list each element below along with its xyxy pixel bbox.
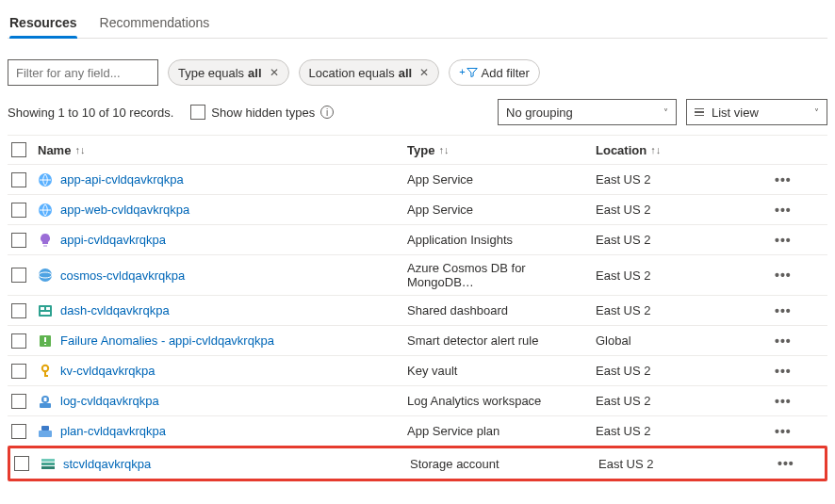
resource-name-link[interactable]: kv-cvldqavkrqkpa (60, 364, 155, 378)
chevron-down-icon: ˅ (663, 107, 668, 118)
info-icon[interactable]: i (320, 106, 334, 119)
select-all-checkbox[interactable] (11, 142, 26, 157)
more-actions-button[interactable]: ••• (778, 456, 794, 471)
add-filter-icon: + (459, 67, 477, 78)
resource-name-link[interactable]: appi-cvldqavkrqkpa (60, 233, 166, 247)
filter-row: Type equals all ✕ Location equals all ✕ … (8, 59, 827, 86)
view-value: List view (712, 106, 759, 120)
show-hidden-label: Show hidden types (211, 106, 315, 120)
resource-location: East US 2 (592, 263, 771, 288)
resource-table: Name↑↓ Type↑↓ Location↑↓ app-api-cvldqav… (8, 135, 827, 481)
row-checkbox[interactable] (11, 268, 26, 283)
resource-type: Azure Cosmos DB for MongoDB… (403, 255, 592, 295)
more-actions-button[interactable]: ••• (775, 203, 792, 218)
resource-name-link[interactable]: stcvldqavkrqkpa (63, 457, 151, 471)
grouping-select[interactable]: No grouping ˅ (498, 99, 677, 125)
resource-location: East US 2 (592, 418, 771, 444)
more-actions-button[interactable]: ••• (775, 303, 792, 318)
sort-icon: ↑↓ (438, 144, 449, 155)
tab-recommendations[interactable]: Recommendations (100, 9, 210, 38)
row-checkbox[interactable] (11, 303, 26, 318)
view-select[interactable]: List view ˅ (686, 99, 827, 125)
tabs: Resources Recommendations (8, 9, 827, 39)
table-row[interactable]: Failure Anomalies - appi-cvldqavkrqkpaSm… (8, 326, 827, 356)
row-checkbox[interactable] (14, 456, 29, 471)
resource-type: Application Insights (403, 227, 592, 252)
add-filter-button[interactable]: + Add filter (449, 59, 540, 86)
resource-type: Key vault (403, 358, 592, 383)
resource-type-icon (38, 424, 53, 439)
resource-type: Log Analytics workspace (403, 388, 592, 414)
table-row[interactable]: dash-cvldqavkrqkpaShared dashboardEast U… (8, 296, 827, 326)
chevron-down-icon: ˅ (814, 107, 819, 118)
resource-type-icon (38, 303, 53, 318)
row-checkbox[interactable] (11, 424, 26, 439)
add-filter-label: Add filter (482, 66, 530, 80)
resource-name-link[interactable]: plan-cvldqavkrqkpa (60, 424, 166, 438)
resource-type: App Service plan (403, 418, 592, 444)
row-checkbox[interactable] (11, 394, 26, 409)
table-row[interactable]: kv-cvldqavkrqkpaKey vaultEast US 2••• (8, 356, 827, 386)
resource-name-link[interactable]: app-web-cvldqavkrqkpa (60, 203, 189, 217)
resource-name-link[interactable]: Failure Anomalies - appi-cvldqavkrqkpa (60, 333, 274, 348)
pill-label: Location equals (309, 66, 395, 80)
more-actions-button[interactable]: ••• (775, 394, 792, 409)
more-actions-button[interactable]: ••• (775, 424, 792, 439)
filter-pill-type[interactable]: Type equals all ✕ (168, 59, 289, 86)
resource-type-icon (38, 333, 53, 349)
resource-type: Storage account (406, 451, 595, 477)
resource-name-link[interactable]: log-cvldqavkrqkpa (60, 394, 159, 408)
resource-name-link[interactable]: app-api-cvldqavkrqkpa (60, 172, 184, 187)
checkbox-icon[interactable] (190, 105, 205, 120)
pill-label: Type equals (178, 66, 244, 80)
table-row[interactable]: app-web-cvldqavkrqkpaApp ServiceEast US … (8, 195, 827, 225)
more-actions-button[interactable]: ••• (775, 364, 792, 379)
row-checkbox[interactable] (11, 233, 26, 248)
resource-type: Smart detector alert rule (403, 328, 592, 353)
row-checkbox[interactable] (11, 203, 26, 218)
row-checkbox[interactable] (11, 333, 26, 349)
resource-location: East US 2 (592, 167, 771, 192)
column-header-location[interactable]: Location↑↓ (592, 138, 771, 163)
table-row[interactable]: stcvldqavkrqkpaStorage accountEast US 2•… (10, 448, 825, 479)
show-hidden-types-toggle[interactable]: Show hidden types i (190, 105, 334, 120)
close-icon[interactable]: ✕ (416, 66, 429, 79)
filter-pill-location[interactable]: Location equals all ✕ (299, 59, 440, 86)
resource-type: App Service (403, 167, 592, 192)
table-row[interactable]: plan-cvldqavkrqkpaApp Service planEast U… (8, 416, 827, 447)
table-row[interactable]: cosmos-cvldqavkrqkpaAzure Cosmos DB for … (8, 255, 827, 296)
resource-type: Shared dashboard (403, 298, 592, 323)
resource-location: East US 2 (595, 451, 774, 477)
column-header-name[interactable]: Name↑↓ (34, 138, 403, 163)
resource-location: East US 2 (592, 358, 771, 383)
tab-resources[interactable]: Resources (9, 9, 77, 38)
resource-location: Global (592, 328, 771, 353)
table-row[interactable]: appi-cvldqavkrqkpaApplication InsightsEa… (8, 225, 827, 255)
resource-name-link[interactable]: dash-cvldqavkrqkpa (60, 303, 170, 317)
resource-type-icon (38, 364, 53, 379)
resource-location: East US 2 (592, 298, 771, 323)
resource-name-link[interactable]: cosmos-cvldqavkrqkpa (60, 268, 185, 283)
record-count-label: Showing 1 to 10 of 10 records. (8, 106, 173, 120)
pill-value: all (399, 66, 412, 80)
list-view-icon (695, 108, 704, 117)
resource-type-icon (38, 394, 53, 409)
table-row[interactable]: log-cvldqavkrqkpaLog Analytics workspace… (8, 386, 827, 416)
column-header-type[interactable]: Type↑↓ (403, 138, 592, 163)
resource-type-icon (38, 203, 53, 218)
resource-type-icon (41, 456, 56, 471)
table-row[interactable]: app-api-cvldqavkrqkpaApp ServiceEast US … (8, 165, 827, 195)
grouping-value: No grouping (506, 106, 573, 120)
resource-type-icon (38, 172, 53, 187)
more-actions-button[interactable]: ••• (775, 268, 792, 283)
filter-input[interactable] (8, 59, 158, 86)
more-actions-button[interactable]: ••• (775, 233, 792, 248)
resource-location: East US 2 (592, 388, 771, 414)
row-checkbox[interactable] (11, 172, 26, 187)
close-icon[interactable]: ✕ (266, 66, 279, 79)
sort-icon: ↑↓ (74, 144, 85, 155)
resource-type: App Service (403, 197, 592, 222)
more-actions-button[interactable]: ••• (775, 172, 792, 187)
row-checkbox[interactable] (11, 364, 26, 379)
more-actions-button[interactable]: ••• (775, 333, 792, 349)
